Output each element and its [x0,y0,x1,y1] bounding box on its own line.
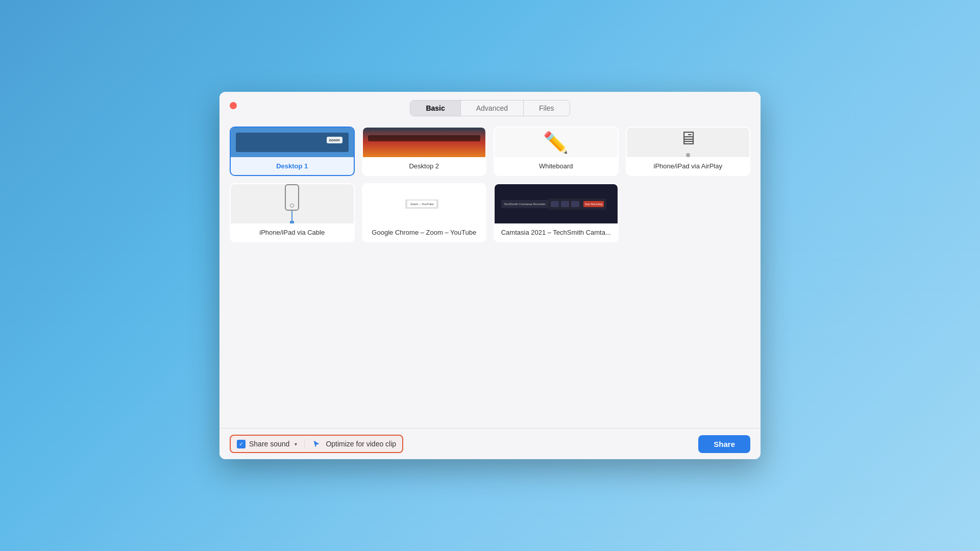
chrome-bar: Zoom – YouTube [405,199,438,209]
content-area: zoom Desktop 1 Desktop 2 ✏️ Whiteboard [219,116,761,428]
options-divider [304,439,305,449]
card-label-camtasia: Camtasia 2021 – TechSmith Camta... [497,223,615,241]
whiteboard-icon: ✏️ [543,131,569,155]
share-screen-window: Basic Advanced Files zoom Desktop 1 [219,92,761,459]
card-label-desktop1: Desktop 1 [272,157,312,175]
card-label-airplay: iPhone/iPad via AirPlay [650,157,726,175]
tab-advanced[interactable]: Advanced [461,101,524,116]
airplay-dot [686,153,690,157]
airplay-preview: 🖥 [627,128,750,157]
cursor-icon [312,439,321,448]
cam-timeline [606,196,610,212]
card-chrome[interactable]: Zoom – YouTube Google Chrome – Zoom – Yo… [362,183,487,242]
cable-line [291,211,292,221]
share-sound-dropdown-icon[interactable]: ▾ [295,441,297,447]
share-sound-label: Share sound [249,440,289,448]
tab-files[interactable]: Files [524,101,570,116]
card-desktop1[interactable]: zoom Desktop 1 [230,127,355,176]
whiteboard-preview: ✏️ [495,128,618,157]
camtasia-preview: TechSmith Camtasia Recorder Stop Recordi… [495,184,618,223]
share-sound-checkbox[interactable]: ✓ [237,440,246,448]
share-button[interactable]: Share [698,435,750,453]
bottom-options: ✓ Share sound ▾ Optimize for video clip [230,435,403,453]
card-label-whiteboard: Whiteboard [535,157,577,175]
desktop2-bar [368,135,481,141]
card-airplay[interactable]: 🖥 iPhone/iPad via AirPlay [626,127,751,176]
optimize-label: Optimize for video clip [326,440,396,448]
card-cable[interactable]: iPhone/iPad via Cable [230,183,355,242]
share-grid: zoom Desktop 1 Desktop 2 ✏️ Whiteboard [230,127,750,242]
close-button-icon[interactable] [230,102,237,109]
title-bar: Basic Advanced Files [219,92,761,116]
airplay-icon: 🖥 [679,128,697,149]
optimize-option[interactable]: Optimize for video clip [312,439,396,448]
card-whiteboard[interactable]: ✏️ Whiteboard [494,127,619,176]
cam-stop-button: Stop Recording [583,201,604,207]
cam-btn-3 [571,201,579,207]
card-label-desktop2: Desktop 2 [405,157,443,175]
cam-title-bar: TechSmith Camtasia Recorder [501,200,548,208]
cable-preview [231,184,354,223]
chrome-tab: Zoom – YouTube [407,201,436,207]
desktop1-preview: zoom [231,128,354,157]
phone-icon [285,184,299,211]
phone-home-button [290,204,294,208]
bottom-bar: ✓ Share sound ▾ Optimize for video clip … [219,428,761,459]
card-desktop2[interactable]: Desktop 2 [362,127,487,176]
cam-btn-2 [561,201,569,207]
chrome-content [438,187,443,221]
tab-group: Basic Advanced Files [410,100,570,116]
card-label-cable: iPhone/iPad via Cable [255,223,329,241]
tab-basic[interactable]: Basic [410,101,460,116]
cam-toolbar: Stop Recording [548,198,606,210]
card-camtasia[interactable]: TechSmith Camtasia Recorder Stop Recordi… [494,183,619,242]
desktop2-preview [363,128,486,157]
cam-btn-1 [551,201,559,207]
zoom-bar: zoom [327,137,342,143]
share-sound-option[interactable]: ✓ Share sound ▾ [237,440,297,448]
card-label-chrome: Google Chrome – Zoom – YouTube [368,223,480,241]
desktop1-screen: zoom [236,133,349,152]
chrome-preview: Zoom – YouTube [363,184,486,223]
